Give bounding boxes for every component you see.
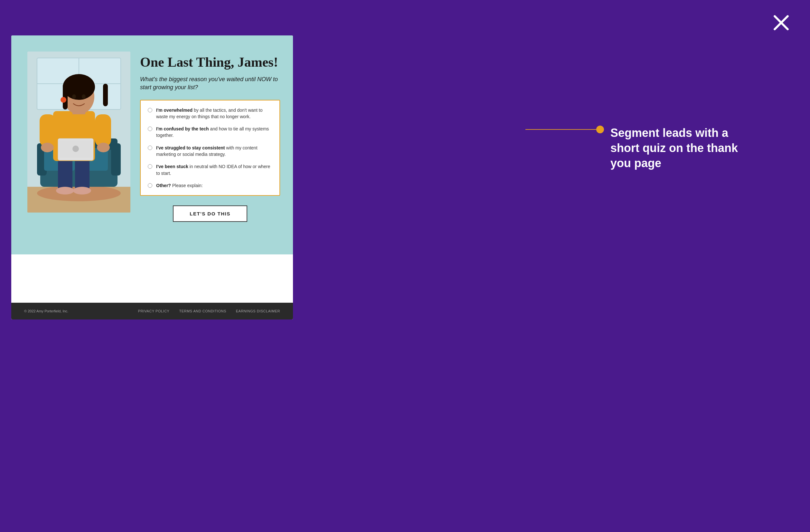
radio-5[interactable] — [148, 183, 152, 188]
svg-point-33 — [82, 94, 86, 99]
quiz-option-2[interactable]: I'm confused by the tech and how to tie … — [148, 126, 272, 139]
quiz-option-text-5: Other? Please explain: — [156, 182, 203, 189]
quiz-option-text-4: I've been stuck in neutral with NO IDEA … — [156, 163, 272, 176]
quiz-option-bold-1: I'm overwhelmed — [156, 108, 193, 113]
footer-copyright: © 2022 Amy Porterfield, Inc. — [24, 309, 68, 313]
quiz-option-5[interactable]: Other? Please explain: — [148, 182, 272, 189]
quiz-option-text-1: I'm overwhelmed by all the tactics, and … — [156, 107, 272, 120]
svg-point-25 — [72, 146, 79, 152]
person-image — [27, 51, 130, 212]
svg-point-17 — [73, 187, 91, 194]
privacy-policy-link[interactable]: PRIVACY POLICY — [138, 309, 170, 313]
quiz-option-3[interactable]: I've struggled to stay consistent with m… — [148, 145, 272, 158]
annotation-text: Segment leads with a short quiz on the t… — [611, 126, 746, 171]
svg-rect-29 — [63, 84, 68, 110]
svg-point-31 — [61, 97, 66, 103]
radio-2[interactable] — [148, 127, 152, 131]
annotation-dot — [596, 126, 604, 133]
terms-conditions-link[interactable]: TERMS AND CONDITIONS — [179, 309, 226, 313]
svg-rect-15 — [75, 158, 90, 190]
card-bottom-space — [11, 254, 293, 303]
card-footer: © 2022 Amy Porterfield, Inc. PRIVACY POL… — [11, 303, 293, 320]
svg-rect-19 — [39, 114, 56, 146]
card-top-section: One Last Thing, James! What's the bigges… — [11, 35, 293, 254]
svg-point-32 — [72, 94, 76, 99]
quiz-option-bold-2: I'm confused by the tech — [156, 126, 209, 131]
main-title: One Last Thing, James! — [140, 55, 280, 69]
svg-rect-20 — [95, 114, 111, 146]
svg-rect-14 — [58, 158, 72, 190]
quiz-option-bold-5: Other? — [156, 183, 171, 188]
svg-point-21 — [41, 143, 54, 152]
quiz-option-rest-5: Please explain: — [172, 183, 203, 188]
radio-1[interactable] — [148, 108, 152, 112]
close-button[interactable] — [771, 13, 791, 32]
svg-rect-30 — [103, 84, 108, 106]
annotation-container: Segment leads with a short quiz on the t… — [525, 126, 746, 171]
radio-3[interactable] — [148, 146, 152, 150]
earnings-disclaimer-link[interactable]: EARNINGS DISCLAIMER — [236, 309, 280, 313]
quiz-option-text-2: I'm confused by the tech and how to tie … — [156, 126, 272, 139]
subtitle: What's the biggest reason you've waited … — [140, 75, 280, 92]
footer-links: PRIVACY POLICY TERMS AND CONDITIONS EARN… — [138, 309, 280, 313]
cta-button[interactable]: LET'S DO THIS — [173, 206, 247, 222]
svg-point-16 — [56, 187, 74, 194]
svg-point-22 — [97, 143, 110, 152]
svg-rect-11 — [111, 143, 121, 176]
slide-card: One Last Thing, James! What's the bigges… — [11, 35, 293, 320]
quiz-option-1[interactable]: I'm overwhelmed by all the tactics, and … — [148, 107, 272, 120]
quiz-option-bold-3: I've struggled to stay consistent — [156, 145, 225, 150]
quiz-box: I'm overwhelmed by all the tactics, and … — [140, 100, 280, 196]
annotation-line — [525, 129, 596, 130]
card-content: One Last Thing, James! What's the bigges… — [130, 35, 293, 235]
quiz-option-4[interactable]: I've been stuck in neutral with NO IDEA … — [148, 163, 272, 176]
quiz-option-bold-4: I've been stuck — [156, 164, 188, 169]
radio-4[interactable] — [148, 164, 152, 169]
quiz-option-text-3: I've struggled to stay consistent with m… — [156, 145, 272, 158]
annotation-line-container — [525, 126, 604, 133]
